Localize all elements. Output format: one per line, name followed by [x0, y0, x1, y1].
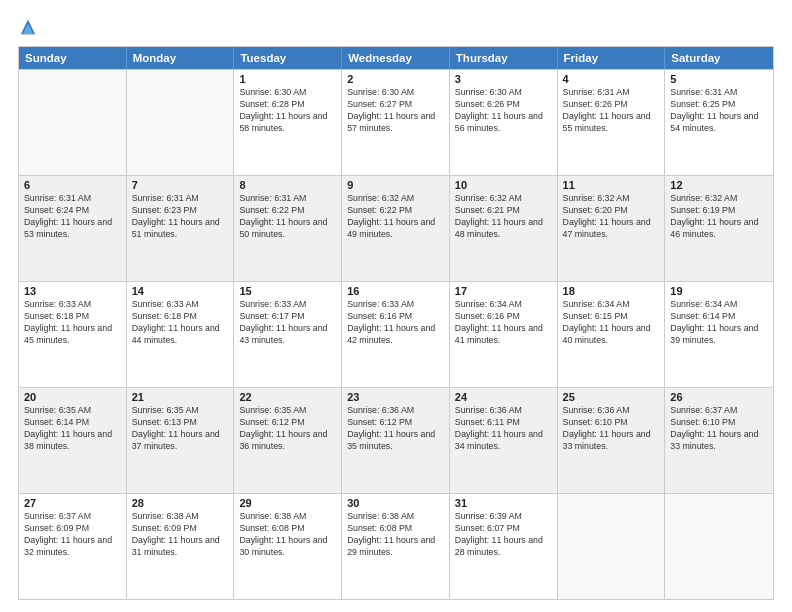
- cal-cell-0-2: 1Sunrise: 6:30 AM Sunset: 6:28 PM Daylig…: [234, 70, 342, 175]
- day-info: Sunrise: 6:38 AM Sunset: 6:08 PM Dayligh…: [239, 511, 336, 559]
- day-info: Sunrise: 6:35 AM Sunset: 6:13 PM Dayligh…: [132, 405, 229, 453]
- cal-cell-2-1: 14Sunrise: 6:33 AM Sunset: 6:18 PM Dayli…: [127, 282, 235, 387]
- day-info: Sunrise: 6:32 AM Sunset: 6:19 PM Dayligh…: [670, 193, 768, 241]
- day-info: Sunrise: 6:38 AM Sunset: 6:08 PM Dayligh…: [347, 511, 444, 559]
- day-number: 27: [24, 497, 121, 509]
- cal-cell-2-3: 16Sunrise: 6:33 AM Sunset: 6:16 PM Dayli…: [342, 282, 450, 387]
- day-number: 15: [239, 285, 336, 297]
- day-number: 24: [455, 391, 552, 403]
- day-number: 2: [347, 73, 444, 85]
- day-number: 28: [132, 497, 229, 509]
- day-number: 12: [670, 179, 768, 191]
- day-info: Sunrise: 6:36 AM Sunset: 6:10 PM Dayligh…: [563, 405, 660, 453]
- day-info: Sunrise: 6:35 AM Sunset: 6:12 PM Dayligh…: [239, 405, 336, 453]
- cal-cell-0-4: 3Sunrise: 6:30 AM Sunset: 6:26 PM Daylig…: [450, 70, 558, 175]
- day-number: 11: [563, 179, 660, 191]
- cal-cell-0-0: [19, 70, 127, 175]
- cal-row-4: 27Sunrise: 6:37 AM Sunset: 6:09 PM Dayli…: [19, 493, 773, 599]
- day-info: Sunrise: 6:32 AM Sunset: 6:20 PM Dayligh…: [563, 193, 660, 241]
- cal-row-0: 1Sunrise: 6:30 AM Sunset: 6:28 PM Daylig…: [19, 69, 773, 175]
- day-number: 26: [670, 391, 768, 403]
- header: [18, 18, 774, 36]
- cal-header-thursday: Thursday: [450, 47, 558, 69]
- day-number: 17: [455, 285, 552, 297]
- cal-cell-4-3: 30Sunrise: 6:38 AM Sunset: 6:08 PM Dayli…: [342, 494, 450, 599]
- day-info: Sunrise: 6:34 AM Sunset: 6:16 PM Dayligh…: [455, 299, 552, 347]
- day-info: Sunrise: 6:39 AM Sunset: 6:07 PM Dayligh…: [455, 511, 552, 559]
- cal-cell-4-0: 27Sunrise: 6:37 AM Sunset: 6:09 PM Dayli…: [19, 494, 127, 599]
- day-info: Sunrise: 6:33 AM Sunset: 6:17 PM Dayligh…: [239, 299, 336, 347]
- calendar: SundayMondayTuesdayWednesdayThursdayFrid…: [18, 46, 774, 600]
- day-info: Sunrise: 6:33 AM Sunset: 6:18 PM Dayligh…: [132, 299, 229, 347]
- page: SundayMondayTuesdayWednesdayThursdayFrid…: [0, 0, 792, 612]
- cal-cell-0-1: [127, 70, 235, 175]
- day-info: Sunrise: 6:32 AM Sunset: 6:21 PM Dayligh…: [455, 193, 552, 241]
- day-number: 14: [132, 285, 229, 297]
- day-number: 20: [24, 391, 121, 403]
- day-info: Sunrise: 6:36 AM Sunset: 6:12 PM Dayligh…: [347, 405, 444, 453]
- day-number: 8: [239, 179, 336, 191]
- cal-header-tuesday: Tuesday: [234, 47, 342, 69]
- day-number: 21: [132, 391, 229, 403]
- day-info: Sunrise: 6:38 AM Sunset: 6:09 PM Dayligh…: [132, 511, 229, 559]
- logo: [18, 18, 38, 36]
- day-info: Sunrise: 6:34 AM Sunset: 6:15 PM Dayligh…: [563, 299, 660, 347]
- cal-cell-4-1: 28Sunrise: 6:38 AM Sunset: 6:09 PM Dayli…: [127, 494, 235, 599]
- day-info: Sunrise: 6:33 AM Sunset: 6:18 PM Dayligh…: [24, 299, 121, 347]
- cal-cell-3-3: 23Sunrise: 6:36 AM Sunset: 6:12 PM Dayli…: [342, 388, 450, 493]
- cal-row-3: 20Sunrise: 6:35 AM Sunset: 6:14 PM Dayli…: [19, 387, 773, 493]
- day-number: 1: [239, 73, 336, 85]
- day-info: Sunrise: 6:36 AM Sunset: 6:11 PM Dayligh…: [455, 405, 552, 453]
- day-number: 30: [347, 497, 444, 509]
- day-info: Sunrise: 6:30 AM Sunset: 6:27 PM Dayligh…: [347, 87, 444, 135]
- cal-header-wednesday: Wednesday: [342, 47, 450, 69]
- cal-cell-2-0: 13Sunrise: 6:33 AM Sunset: 6:18 PM Dayli…: [19, 282, 127, 387]
- logo-text: [18, 18, 38, 36]
- day-number: 9: [347, 179, 444, 191]
- day-info: Sunrise: 6:32 AM Sunset: 6:22 PM Dayligh…: [347, 193, 444, 241]
- cal-cell-1-4: 10Sunrise: 6:32 AM Sunset: 6:21 PM Dayli…: [450, 176, 558, 281]
- cal-cell-3-2: 22Sunrise: 6:35 AM Sunset: 6:12 PM Dayli…: [234, 388, 342, 493]
- day-info: Sunrise: 6:31 AM Sunset: 6:22 PM Dayligh…: [239, 193, 336, 241]
- cal-header-saturday: Saturday: [665, 47, 773, 69]
- cal-cell-0-6: 5Sunrise: 6:31 AM Sunset: 6:25 PM Daylig…: [665, 70, 773, 175]
- day-number: 7: [132, 179, 229, 191]
- cal-cell-3-5: 25Sunrise: 6:36 AM Sunset: 6:10 PM Dayli…: [558, 388, 666, 493]
- day-number: 10: [455, 179, 552, 191]
- day-number: 13: [24, 285, 121, 297]
- day-number: 6: [24, 179, 121, 191]
- cal-cell-2-4: 17Sunrise: 6:34 AM Sunset: 6:16 PM Dayli…: [450, 282, 558, 387]
- cal-header-sunday: Sunday: [19, 47, 127, 69]
- day-info: Sunrise: 6:37 AM Sunset: 6:10 PM Dayligh…: [670, 405, 768, 453]
- day-info: Sunrise: 6:30 AM Sunset: 6:28 PM Dayligh…: [239, 87, 336, 135]
- cal-cell-1-0: 6Sunrise: 6:31 AM Sunset: 6:24 PM Daylig…: [19, 176, 127, 281]
- cal-cell-1-1: 7Sunrise: 6:31 AM Sunset: 6:23 PM Daylig…: [127, 176, 235, 281]
- day-number: 22: [239, 391, 336, 403]
- logo-icon: [19, 18, 37, 36]
- cal-cell-2-5: 18Sunrise: 6:34 AM Sunset: 6:15 PM Dayli…: [558, 282, 666, 387]
- cal-cell-3-1: 21Sunrise: 6:35 AM Sunset: 6:13 PM Dayli…: [127, 388, 235, 493]
- day-info: Sunrise: 6:33 AM Sunset: 6:16 PM Dayligh…: [347, 299, 444, 347]
- day-number: 16: [347, 285, 444, 297]
- calendar-header: SundayMondayTuesdayWednesdayThursdayFrid…: [19, 47, 773, 69]
- cal-cell-4-4: 31Sunrise: 6:39 AM Sunset: 6:07 PM Dayli…: [450, 494, 558, 599]
- day-number: 18: [563, 285, 660, 297]
- calendar-body: 1Sunrise: 6:30 AM Sunset: 6:28 PM Daylig…: [19, 69, 773, 599]
- day-info: Sunrise: 6:31 AM Sunset: 6:23 PM Dayligh…: [132, 193, 229, 241]
- cal-header-friday: Friday: [558, 47, 666, 69]
- day-number: 19: [670, 285, 768, 297]
- day-number: 4: [563, 73, 660, 85]
- day-number: 23: [347, 391, 444, 403]
- cal-cell-1-2: 8Sunrise: 6:31 AM Sunset: 6:22 PM Daylig…: [234, 176, 342, 281]
- cal-cell-0-3: 2Sunrise: 6:30 AM Sunset: 6:27 PM Daylig…: [342, 70, 450, 175]
- cal-cell-2-6: 19Sunrise: 6:34 AM Sunset: 6:14 PM Dayli…: [665, 282, 773, 387]
- day-number: 31: [455, 497, 552, 509]
- day-info: Sunrise: 6:31 AM Sunset: 6:24 PM Dayligh…: [24, 193, 121, 241]
- day-info: Sunrise: 6:30 AM Sunset: 6:26 PM Dayligh…: [455, 87, 552, 135]
- day-number: 5: [670, 73, 768, 85]
- cal-header-monday: Monday: [127, 47, 235, 69]
- day-number: 3: [455, 73, 552, 85]
- day-info: Sunrise: 6:31 AM Sunset: 6:26 PM Dayligh…: [563, 87, 660, 135]
- cal-cell-2-2: 15Sunrise: 6:33 AM Sunset: 6:17 PM Dayli…: [234, 282, 342, 387]
- cal-cell-4-2: 29Sunrise: 6:38 AM Sunset: 6:08 PM Dayli…: [234, 494, 342, 599]
